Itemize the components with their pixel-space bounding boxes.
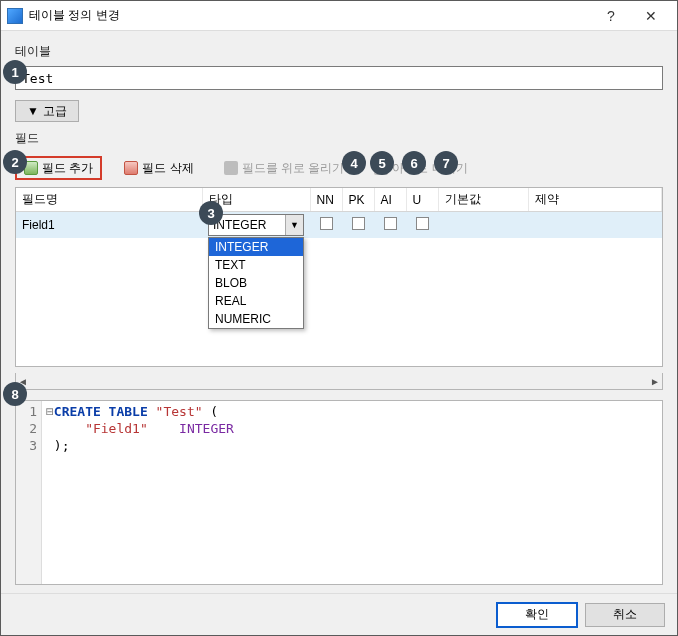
delete-field-icon <box>124 161 138 175</box>
advanced-button[interactable]: ▼ 고급 <box>15 100 79 122</box>
titlebar: 테이블 정의 변경 ? ✕ <box>1 1 677 31</box>
callout-6: 6 <box>402 151 426 175</box>
chevron-down-icon[interactable]: ▼ <box>285 215 303 235</box>
sql-preview: 1 2 3 ⊟CREATE TABLE "Test" ( "Field1" IN… <box>15 400 663 585</box>
check-cell[interactable] <box>528 212 662 239</box>
table-row[interactable]: Field1 INTEGER ▼ INTEGER TEXT BLOB REAL <box>16 212 662 239</box>
type-option-real[interactable]: REAL <box>209 292 303 310</box>
horizontal-scrollbar[interactable]: ◄ ► <box>15 373 663 390</box>
callout-2: 2 <box>3 150 27 174</box>
callout-1: 1 <box>3 60 27 84</box>
fields-table: 필드명 타입 NN PK AI U 기본값 제약 Field1 <box>16 188 662 238</box>
add-field-button[interactable]: 필드 추가 <box>15 156 102 180</box>
scroll-right-icon[interactable]: ► <box>650 376 660 387</box>
cancel-button[interactable]: 취소 <box>585 603 665 627</box>
callout-5: 5 <box>370 151 394 175</box>
ai-checkbox[interactable] <box>384 217 397 230</box>
dialog-body: 테이블 ▼ 고급 필드 필드 추가 필드 삭제 필드를 위로 올리기 아래로 내… <box>1 31 677 593</box>
line-number: 2 <box>16 420 37 437</box>
callout-8: 8 <box>3 382 27 406</box>
app-icon <box>7 8 23 24</box>
column-header-ai[interactable]: AI <box>374 188 406 212</box>
column-header-u[interactable]: U <box>406 188 438 212</box>
column-header-name[interactable]: 필드명 <box>16 188 202 212</box>
column-header-pk[interactable]: PK <box>342 188 374 212</box>
pk-checkbox[interactable] <box>352 217 365 230</box>
column-header-nn[interactable]: NN <box>310 188 342 212</box>
line-number: 3 <box>16 437 37 454</box>
delete-field-label: 필드 삭제 <box>142 160 193 177</box>
arrow-up-icon <box>224 161 238 175</box>
callout-7: 7 <box>434 151 458 175</box>
add-field-label: 필드 추가 <box>42 160 93 177</box>
move-up-label: 필드를 위로 올리기 <box>242 160 345 177</box>
type-option-integer[interactable]: INTEGER <box>209 238 303 256</box>
default-cell[interactable] <box>438 212 528 239</box>
field-name-cell[interactable]: Field1 <box>16 212 202 239</box>
sql-gutter: 1 2 3 <box>16 401 42 584</box>
close-button[interactable]: ✕ <box>631 2 671 30</box>
nn-checkbox[interactable] <box>320 217 333 230</box>
table-name-input[interactable] <box>15 66 663 90</box>
move-up-button[interactable]: 필드를 위로 올리기 <box>216 156 353 180</box>
line-number: 1 <box>16 403 37 420</box>
type-option-text[interactable]: TEXT <box>209 256 303 274</box>
dialog-footer: 확인 취소 <box>1 593 677 635</box>
fields-section-label: 필드 <box>15 130 663 147</box>
delete-field-button[interactable]: 필드 삭제 <box>116 156 201 180</box>
type-dropdown: INTEGER TEXT BLOB REAL NUMERIC <box>208 237 304 329</box>
advanced-label: 고급 <box>43 103 67 120</box>
chevron-down-icon: ▼ <box>27 104 39 118</box>
help-button[interactable]: ? <box>591 2 631 30</box>
column-header-check[interactable]: 제약 <box>528 188 662 212</box>
dialog-window: 테이블 정의 변경 ? ✕ 테이블 ▼ 고급 필드 필드 추가 필드 삭제 필드… <box>0 0 678 636</box>
callout-4: 4 <box>342 151 366 175</box>
u-checkbox[interactable] <box>416 217 429 230</box>
window-title: 테이블 정의 변경 <box>29 7 591 24</box>
callout-3: 3 <box>199 201 223 225</box>
type-combobox[interactable]: INTEGER ▼ INTEGER TEXT BLOB REAL NUMERIC <box>208 214 304 236</box>
fold-icon[interactable]: ⊟ <box>46 404 54 419</box>
column-header-default[interactable]: 기본값 <box>438 188 528 212</box>
fields-table-container: 필드명 타입 NN PK AI U 기본값 제약 Field1 <box>15 187 663 367</box>
type-option-blob[interactable]: BLOB <box>209 274 303 292</box>
fields-header-row: 필드명 타입 NN PK AI U 기본값 제약 <box>16 188 662 212</box>
fields-toolbar: 필드 추가 필드 삭제 필드를 위로 올리기 아래로 내리기 <box>15 155 663 181</box>
table-section-label: 테이블 <box>15 43 663 60</box>
sql-code[interactable]: ⊟CREATE TABLE "Test" ( "Field1" INTEGER … <box>42 401 662 584</box>
type-option-numeric[interactable]: NUMERIC <box>209 310 303 328</box>
ok-button[interactable]: 확인 <box>497 603 577 627</box>
